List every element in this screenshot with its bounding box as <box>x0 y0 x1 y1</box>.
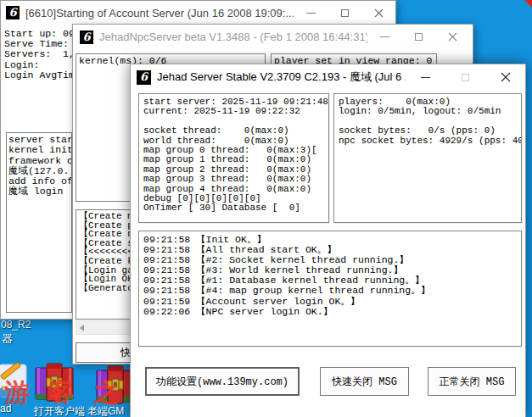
settings-button[interactable]: 功能设置(www.139my.com) <box>145 367 300 396</box>
npc-window-title: JehadNpcServer beta V1.3488 - (Feb 1 200… <box>99 31 367 43</box>
maximize-icon <box>415 33 423 41</box>
corner-watermark-mark <box>524 0 532 8</box>
account-window-title: [6610]Starting of Account Server (Jun 16… <box>25 7 294 19</box>
desktop-label-08r2: 08_R2 <box>1 319 31 331</box>
stat-line: OnTimer [ 30] Database [ 0] <box>143 203 324 213</box>
stat-line: Login AvgTim <box>4 70 75 81</box>
app-icon: 6 <box>6 6 20 19</box>
npc-window-titlebar[interactable]: 6 JehadNpcServer beta V1.3488 - (Feb 1 2… <box>73 25 473 49</box>
close-button[interactable] <box>485 64 525 90</box>
thread-stats-panel: start server: 2025-11-19 09:21:48 curren… <box>138 93 329 223</box>
normal-close-msg-button[interactable]: 正常关闭 MSG <box>428 367 516 396</box>
minimize-button[interactable] <box>367 25 401 49</box>
stat-line: login: 0/5min, logout: 0/5min <box>339 107 517 116</box>
stat-line: map group 3 thread: 0(max:0) <box>143 175 324 184</box>
close-icon <box>374 8 384 18</box>
close-button[interactable] <box>361 1 395 25</box>
minimize-icon <box>306 13 316 14</box>
fast-close-msg-button[interactable]: 快速关闭 MSG <box>320 367 409 396</box>
stat-line: Login: <box>4 60 75 70</box>
account-log-listbox[interactable]: server star kernel init framework o 魔域(1… <box>6 132 72 313</box>
desktop-label-qi: 器 <box>2 331 13 347</box>
main-window-title: Jehad Server Stable V2.3709 C2.193 - 魔域 … <box>157 70 406 85</box>
maximize-button[interactable] <box>328 1 361 25</box>
stat-line: socket bytes: 0/s (pps: 0) <box>339 126 517 136</box>
player-stats-panel: players: 0(max:0) login: 0/5min, logout:… <box>333 93 522 223</box>
log-line: 魔域 login <box>8 186 70 197</box>
minimize-icon <box>421 77 430 78</box>
main-server-window: 6 Jehad Server Stable V2.3709 C2.193 - 魔… <box>130 64 526 417</box>
server-log-panel[interactable]: 09:21:58 【Init OK。】 09:21:58 【All thread… <box>138 231 522 347</box>
log-line: kernel init <box>8 145 70 155</box>
minimize-icon <box>380 36 389 37</box>
log-line: 09:21:59 【Account server login OK。】 <box>143 297 517 307</box>
maximize-button[interactable] <box>401 25 435 49</box>
log-line: 09:21:58 【#4: map group kernel thread ru… <box>143 286 517 296</box>
close-icon <box>448 32 457 42</box>
maximize-icon <box>341 9 349 17</box>
main-window-titlebar[interactable]: 6 Jehad Server Stable V2.3709 C2.193 - 魔… <box>131 64 525 90</box>
account-stats-block: Start up: 09 Serve Time: Servers: 1, Log… <box>4 29 75 81</box>
minimize-button[interactable] <box>406 64 445 90</box>
stat-line: current: 2025-11-19 09:22:32 <box>143 107 324 116</box>
close-button[interactable] <box>435 25 469 49</box>
account-window-titlebar[interactable]: 6 [6610]Starting of Account Server (Jun … <box>1 1 395 25</box>
maximize-button[interactable] <box>445 64 485 90</box>
stat-line: Servers: 1, <box>4 49 75 59</box>
stat-line: npc socket bytes: 4929/s (pps: 40) <box>339 136 517 146</box>
app-icon: 6 <box>137 70 151 85</box>
scroll-left-icon <box>80 325 84 331</box>
desktop: 08_R2 器 <box>0 0 532 417</box>
close-icon <box>501 72 511 82</box>
stat-line: socket thread: 0(max:0) <box>143 126 324 136</box>
maximize-icon <box>462 74 469 81</box>
minimize-button[interactable] <box>294 1 328 25</box>
app-icon: 6 <box>80 31 93 44</box>
log-line: 09:22:06 【NPC server login OK.】 <box>143 307 517 317</box>
